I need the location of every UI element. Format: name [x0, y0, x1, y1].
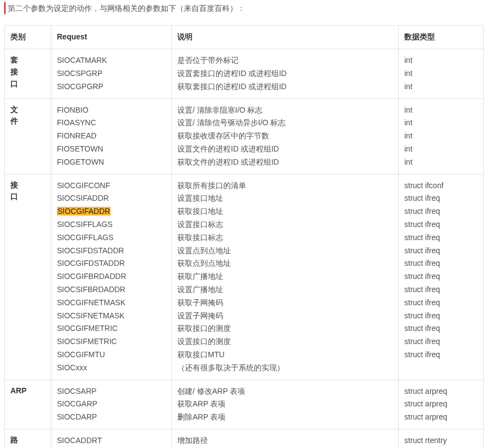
intro-paragraph: 第二个参数为设定的动作，与网络相关的参数如下（来自百度百科）： [4, 2, 484, 14]
cell-description: 增加路径删除路径获取路由表 [172, 429, 399, 448]
request-value: FIOGETOWN [57, 156, 166, 169]
request-value: SIOCGIFMTU [57, 348, 166, 362]
cell-type: intintintintint [399, 98, 484, 174]
description-value: 获取文件的进程ID 或进程组ID [177, 156, 393, 169]
request-value: SIOCGARP [57, 398, 166, 411]
description-value: 获取接口地址 [177, 205, 393, 218]
type-value: struct ifconf [404, 179, 478, 193]
request-value: SIOCGIFBRDADDR [57, 270, 166, 283]
type-value: struct ifreq [404, 322, 478, 335]
request-value: SIOCGPGRP [57, 80, 166, 94]
description-value: 获取接口标志 [177, 231, 393, 245]
type-value: struct ifreq [404, 283, 478, 296]
description-value: 设置接口标志 [177, 218, 393, 231]
cell-type: struct arpreqstruct arpreqstruct arpreq [399, 380, 484, 429]
ioctl-options-table: 类别 Request 说明 数据类型 套接口SIOCATMARKSIOCSPGR… [4, 25, 484, 448]
request-value: SIOCSPGRP [57, 67, 166, 80]
header-desc: 说明 [172, 26, 399, 49]
request-value: FIONBIO [57, 104, 166, 117]
request-value: SIOCGIFCONF [57, 179, 166, 193]
cell-type: intintint [399, 49, 484, 98]
type-value: int [404, 54, 478, 67]
request-value: SIOCSIFBRDADDR [57, 283, 166, 296]
header-category: 类别 [5, 26, 51, 49]
type-value: struct ifreq [404, 335, 478, 348]
header-type: 数据类型 [399, 26, 484, 49]
table-row: 文件FIONBIOFIOASYNCFIONREADFIOSETOWNFIOGET… [5, 98, 484, 174]
description-value: 设置广播地址 [177, 283, 393, 296]
description-value: 获取ARP 表项 [177, 398, 393, 411]
type-value: struct arpreq [404, 385, 478, 398]
table-header-row: 类别 Request 说明 数据类型 [5, 26, 484, 49]
description-value: 设置接口地址 [177, 192, 393, 205]
request-value: SIOCxxx [57, 362, 166, 375]
type-value: int [404, 156, 478, 169]
description-value: 增加路径 [177, 434, 393, 447]
request-value: SIOCSIFDSTADDR [57, 245, 166, 258]
type-value: int [404, 104, 478, 117]
cell-category: 接口 [5, 174, 51, 380]
description-value: 设置点到点地址 [177, 245, 393, 258]
cell-request: FIONBIOFIOASYNCFIONREADFIOSETOWNFIOGETOW… [51, 98, 172, 174]
cell-category: 文件 [5, 98, 51, 174]
type-value: struct arpreq [404, 411, 478, 424]
table-row: 套接口SIOCATMARKSIOCSPGRPSIOCGPGRP是否位于带外标记设… [5, 49, 484, 98]
description-value: 获取所有接口的清单 [177, 179, 393, 193]
type-value: int [404, 117, 478, 130]
type-value: struct ifreq [404, 310, 478, 323]
cell-request: SIOCGIFCONFSIOCSIFADDRSIOCGIFADDRSIOCSIF… [51, 174, 172, 380]
cell-description: 是否位于带外标记设置套接口的进程ID 或进程组ID获取套接口的进程ID 或进程组… [172, 49, 399, 98]
request-value: FIONREAD [57, 130, 166, 143]
type-value: struct ifreq [404, 205, 478, 218]
cell-category: 套接口 [5, 49, 51, 98]
type-value: int [404, 67, 478, 80]
type-value: int [404, 130, 478, 143]
header-request: Request [51, 26, 172, 49]
type-value: struct ifreq [404, 218, 478, 231]
table-row: 路由SIOCADDRTSIOCDELRTSIOCRTMSG增加路径删除路径获取路… [5, 429, 484, 448]
description-value: 设置/ 清除信号驱动异步I/O 标志 [177, 117, 393, 130]
cell-request: SIOCSARPSIOCGARPSIOCDARP [51, 380, 172, 429]
cell-category: ARP [5, 380, 51, 429]
description-value: 获取广播地址 [177, 270, 393, 283]
type-value: struct ifreq [404, 270, 478, 283]
type-value: struct rtentry [404, 434, 478, 447]
request-value: SIOCADDRT [57, 434, 166, 447]
type-value [404, 362, 478, 375]
description-value: 获取接口MTU [177, 348, 393, 362]
description-value: 获取接收缓存区中的字节数 [177, 130, 393, 143]
type-value: struct arpreq [404, 398, 478, 411]
table-row: ARPSIOCSARPSIOCGARPSIOCDARP创建/ 修改ARP 表项获… [5, 380, 484, 429]
description-value: 设置文件的进程ID 或进程组ID [177, 143, 393, 156]
request-value: SIOCATMARK [57, 54, 166, 67]
cell-request: SIOCADDRTSIOCDELRTSIOCRTMSG [51, 429, 172, 448]
request-value: SIOCGIFFLAGS [57, 231, 166, 245]
request-value: SIOCSIFMETRIC [57, 335, 166, 348]
description-value: 设置/ 清除非阻塞I/O 标志 [177, 104, 393, 117]
type-value: struct ifreq [404, 245, 478, 258]
description-value: 设置套接口的进程ID 或进程组ID [177, 67, 393, 80]
request-value: SIOCGIFDSTADDR [57, 257, 166, 270]
description-value: 获取套接口的进程ID 或进程组ID [177, 80, 393, 94]
type-value: struct ifreq [404, 348, 478, 362]
description-value: 是否位于带外标记 [177, 54, 393, 67]
description-value: 创建/ 修改ARP 表项 [177, 385, 393, 398]
description-value: 删除ARP 表项 [177, 411, 393, 424]
request-value: SIOCSIFFLAGS [57, 218, 166, 231]
request-value: SIOCSIFNETMASK [57, 310, 166, 323]
type-value: struct ifreq [404, 192, 478, 205]
cell-category: 路由 [5, 429, 51, 448]
cell-request: SIOCATMARKSIOCSPGRPSIOCGPGRP [51, 49, 172, 98]
description-value: （还有很多取决于系统的实现） [177, 362, 393, 375]
request-value: SIOCGIFNETMASK [57, 296, 166, 310]
request-value: SIOCSIFADDR [57, 192, 166, 205]
cell-type: struct rtentrystruct rtentrystruct rtent… [399, 429, 484, 448]
type-value: struct ifreq [404, 257, 478, 270]
description-value: 设置子网掩码 [177, 310, 393, 323]
type-value: struct ifreq [404, 231, 478, 245]
cell-type: struct ifconfstruct ifreqstruct ifreqstr… [399, 174, 484, 380]
request-value: SIOCGIFMETRIC [57, 322, 166, 335]
request-value: FIOSETOWN [57, 143, 166, 156]
description-value: 获取子网掩码 [177, 296, 393, 310]
table-row: 接口SIOCGIFCONFSIOCSIFADDRSIOCGIFADDRSIOCS… [5, 174, 484, 380]
